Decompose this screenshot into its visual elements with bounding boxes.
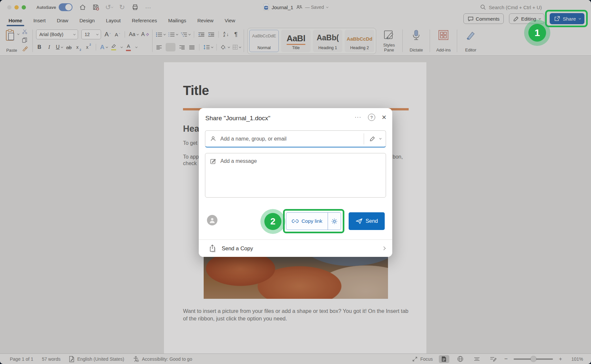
message-input[interactable] <box>220 158 381 164</box>
word-window: AutoSave ↺ ↻ ··· W Journal_1 — Saved S <box>0 0 591 364</box>
permission-pencil-icon <box>370 136 375 142</box>
text-effects-button[interactable]: A <box>100 43 107 51</box>
dialog-close-icon[interactable]: × <box>382 113 386 121</box>
copy-link-button[interactable]: Copy link <box>286 212 341 230</box>
message-field[interactable] <box>205 153 386 198</box>
tab-layout[interactable]: Layout <box>105 16 121 25</box>
zoom-slider-thumb[interactable] <box>531 356 536 362</box>
minimize-window-button[interactable] <box>14 5 19 10</box>
home-icon[interactable] <box>78 3 87 11</box>
tab-insert[interactable]: Insert <box>33 16 47 25</box>
bold-button[interactable]: B <box>36 43 43 51</box>
dialog-help-icon[interactable]: ? <box>368 114 375 121</box>
align-center-button[interactable] <box>166 43 175 51</box>
tab-mailings[interactable]: Mailings <box>168 16 187 25</box>
maximize-window-button[interactable] <box>22 5 26 10</box>
zoom-in-button[interactable]: + <box>559 356 562 362</box>
decrease-indent-button[interactable] <box>198 30 205 39</box>
font-name-select[interactable]: Arial (Body) <box>36 29 78 39</box>
line-spacing-button[interactable] <box>203 43 213 51</box>
shrink-font-button[interactable]: Aˇ <box>114 30 121 39</box>
paste-button[interactable]: Paste <box>5 28 19 53</box>
send-a-copy-button[interactable]: Send a Copy <box>199 240 392 257</box>
more-commands-icon[interactable]: ··· <box>144 3 153 11</box>
save-icon[interactable] <box>92 3 100 11</box>
increase-indent-button[interactable] <box>208 30 214 39</box>
paint-bucket-icon <box>221 45 227 50</box>
send-button[interactable]: Send <box>349 212 385 230</box>
word-count[interactable]: 57 words <box>42 356 61 362</box>
strikethrough-button[interactable]: ab <box>66 43 72 51</box>
draft-view-button[interactable] <box>488 355 499 363</box>
justify-button[interactable] <box>189 43 195 51</box>
tab-draw[interactable]: Draw <box>56 16 69 25</box>
tab-home[interactable]: Home <box>8 16 23 25</box>
align-left-button[interactable] <box>156 43 162 51</box>
page-indicator[interactable]: Page 1 of 1 <box>10 356 33 362</box>
font-size-select[interactable]: 12 <box>81 29 101 39</box>
saved-status[interactable]: — Saved <box>305 5 328 10</box>
focus-mode-button[interactable]: Focus <box>412 356 433 362</box>
doc-caption: Want to insert a picture from your files… <box>183 307 409 323</box>
tab-view[interactable]: View <box>224 16 236 25</box>
comments-button[interactable]: Comments <box>463 13 504 24</box>
tab-design[interactable]: Design <box>79 16 95 25</box>
web-layout-view-button[interactable] <box>455 355 466 363</box>
grow-font-button[interactable]: Aˆ <box>104 30 111 39</box>
italic-button[interactable]: I <box>46 43 52 51</box>
style-normal[interactable]: AaBbCcDdE Normal <box>249 30 279 52</box>
change-case-button[interactable]: Aa <box>129 30 138 39</box>
print-layout-view-button[interactable] <box>439 355 449 363</box>
bullet-list-button[interactable] <box>156 30 165 39</box>
editing-mode-button[interactable]: Editing <box>509 13 544 24</box>
subscript-button[interactable]: x2 <box>75 43 82 51</box>
style-title[interactable]: AaBl Title <box>281 30 311 52</box>
styles-pane-button[interactable]: Styles Pane <box>379 28 399 53</box>
print-icon[interactable] <box>131 3 139 11</box>
tab-references[interactable]: References <box>131 16 158 25</box>
align-left-icon <box>156 45 162 49</box>
dialog-more-options-icon[interactable]: ··· <box>355 114 361 120</box>
addins-button[interactable]: Add-ins <box>433 28 454 53</box>
highlight-button[interactable] <box>111 43 117 51</box>
permission-selector[interactable] <box>364 133 386 144</box>
accessibility-status[interactable]: Accessibility: Good to go <box>133 356 192 362</box>
gear-icon <box>331 218 337 224</box>
superscript-button[interactable]: x2 <box>85 43 92 51</box>
style-heading1[interactable]: AaBb( Heading 1 <box>313 30 342 52</box>
numbered-list-button[interactable] <box>168 30 177 39</box>
link-settings-button[interactable] <box>328 213 341 230</box>
sort-button[interactable]: AZ ↓ <box>223 30 229 39</box>
outline-view-button[interactable] <box>472 355 482 363</box>
dictate-button[interactable]: Dictate <box>406 28 426 53</box>
share-button[interactable]: Share <box>550 13 584 24</box>
autosave-toggle[interactable] <box>59 3 72 11</box>
print-layout-icon <box>441 356 446 362</box>
show-formatting-button[interactable]: ¶ <box>233 30 239 39</box>
align-right-button[interactable] <box>179 43 185 51</box>
multilevel-list-button[interactable] <box>181 30 190 39</box>
font-color-button[interactable]: A <box>125 43 132 51</box>
tab-review[interactable]: Review <box>197 16 214 25</box>
zoom-slider[interactable] <box>514 358 553 360</box>
shading-button[interactable] <box>221 43 229 51</box>
word-doc-icon: W <box>263 4 269 10</box>
copy-icon[interactable] <box>22 37 27 43</box>
search-field[interactable]: Search (Cmd + Ctrl + U) <box>480 0 542 14</box>
borders-button[interactable] <box>233 43 240 51</box>
proofing-status[interactable]: English (United States) <box>69 356 124 362</box>
clear-formatting-button[interactable]: A <box>141 30 149 39</box>
close-window-button[interactable] <box>7 5 11 10</box>
recipient-field[interactable] <box>205 130 386 147</box>
style-heading2[interactable]: AaBbCcDd Heading 2 <box>345 30 374 52</box>
recipient-input[interactable] <box>220 136 364 142</box>
doc-paragraph-fragment: To get <box>183 140 197 146</box>
underline-button[interactable]: U <box>56 43 62 51</box>
zoom-out-button[interactable]: − <box>504 355 508 362</box>
cut-icon[interactable] <box>22 29 28 34</box>
outline-icon <box>474 357 480 361</box>
format-painter-icon[interactable] <box>22 46 28 51</box>
zoom-percentage[interactable]: 101% <box>568 356 583 362</box>
font-group: Arial (Body) 12 Aˆ Aˇ Aa A B I U ab x2 x… <box>36 28 149 53</box>
editor-button[interactable]: Editor <box>460 28 481 53</box>
